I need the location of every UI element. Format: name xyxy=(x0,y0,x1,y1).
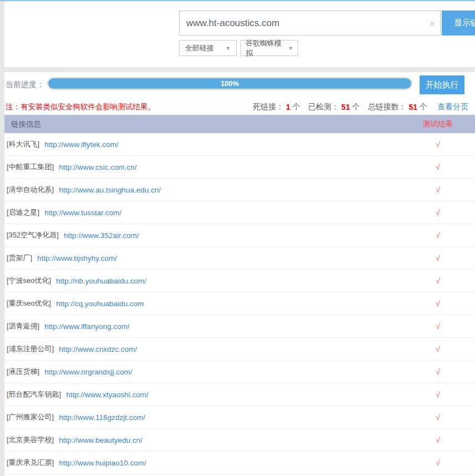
column-header-link-info: 链接信息 xyxy=(4,119,41,129)
table-rows: [科大讯飞] http://www.iflytek.com/ √ [中船重工集团… xyxy=(4,133,475,474)
table-row: [浦东注册公司] http://www.cnxdzc.com/ √ xyxy=(4,338,475,361)
clear-icon[interactable]: × xyxy=(429,18,435,28)
row-name: [货架厂] xyxy=(7,253,32,263)
check-icon: √ xyxy=(413,254,463,262)
row-name: [重庆承兑汇票] xyxy=(7,458,54,468)
total-links-label: 总链接数： xyxy=(367,102,406,112)
progress-percent: 100% xyxy=(221,79,239,88)
table-row: [货架厂] http://www.bjshyhy.com/ √ xyxy=(4,247,475,270)
row-url[interactable]: http://www.xtyaoshi.com/ xyxy=(66,391,149,399)
show-links-button[interactable]: 显示链接 xyxy=(442,11,475,36)
row-name: [重庆seo优化] xyxy=(7,298,51,308)
table-row: [广州搬家公司] http://www.116gzdzjt.com/ √ xyxy=(4,406,475,429)
check-icon: √ xyxy=(413,163,463,171)
row-url[interactable]: http://www.cnxdzc.com/ xyxy=(59,345,137,353)
check-icon: √ xyxy=(413,231,463,240)
search-panel: × 显示链接 全部链接 ▼ 谷歌蜘蛛模拟 ▼ xyxy=(4,1,475,67)
results-panel: 当前进度： 100% 开始执行 注：有安装类似安全狗软件会影响测试结果。 死链接… xyxy=(4,72,475,476)
check-icon: √ xyxy=(413,458,463,467)
checked-count: 51 xyxy=(341,103,350,112)
link-type-value: 全部链接 xyxy=(185,43,214,53)
check-icon: √ xyxy=(413,322,463,331)
table-row: [宁波seo优化] http://nb.youhuabaidu.com/ √ xyxy=(4,270,475,292)
row-url[interactable]: http://nb.youhuabaidu.com/ xyxy=(56,277,146,285)
check-icon: √ xyxy=(413,390,463,399)
column-header-test-result: 测试结果 xyxy=(413,119,463,129)
table-row: [液压货梯] http://www.nrgrandsjj.com/ √ xyxy=(4,361,475,383)
total-links-unit: 个 xyxy=(420,102,427,112)
check-icon: √ xyxy=(413,208,463,217)
dead-links-label: 死链接： xyxy=(253,102,284,112)
dead-links-count: 1 xyxy=(286,103,290,112)
check-icon: √ xyxy=(413,436,463,444)
check-icon: √ xyxy=(413,345,463,353)
checked-unit: 个 xyxy=(352,102,360,112)
progress-row: 当前进度： 100% 开始执行 xyxy=(4,72,475,98)
table-row: [重庆承兑汇票] http://www.huipiao10.com/ √ xyxy=(4,452,475,474)
spider-dropdown[interactable]: 谷歌蜘蛛模拟 ▼ xyxy=(241,40,298,56)
row-url[interactable]: http://www.huipiao10.com/ xyxy=(59,459,146,467)
row-name: [352空气净化器] xyxy=(7,230,59,240)
row-name: [中船重工集团] xyxy=(7,162,54,172)
row-name: [宁波seo优化] xyxy=(7,276,51,286)
row-name: [清华自动化系] xyxy=(7,185,54,195)
row-url[interactable]: http://www.lffanyong.com/ xyxy=(44,322,130,331)
view-pagination-link[interactable]: 查看分页 xyxy=(437,102,468,112)
row-url[interactable]: http://www.116gzdzjt.com/ xyxy=(59,413,145,422)
progress-label: 当前进度： xyxy=(6,80,44,90)
url-input[interactable] xyxy=(179,11,441,36)
table-row: [沥青返佣] http://www.lffanyong.com/ √ xyxy=(4,315,475,338)
table-row: [中船重工集团] http://www.csic.com.cn/ √ xyxy=(4,156,475,179)
chevron-down-icon: ▼ xyxy=(288,45,293,51)
check-icon: √ xyxy=(413,276,463,285)
warning-note: 注：有安装类似安全狗软件会影响测试结果。 xyxy=(6,102,155,112)
row-url[interactable]: http://www.iflytek.com/ xyxy=(44,140,119,149)
chevron-down-icon: ▼ xyxy=(226,45,231,51)
table-row: [重庆seo优化] http://cq.youhuabaidu.com √ xyxy=(4,292,475,315)
check-icon: √ xyxy=(413,413,463,422)
table-row: [科大讯飞] http://www.iflytek.com/ √ xyxy=(4,133,475,156)
dead-links-unit: 个 xyxy=(293,102,300,112)
checked-label: 已检测： xyxy=(308,102,339,112)
row-url[interactable]: http://www.nrgrandsjj.com/ xyxy=(44,368,132,376)
row-url[interactable]: http://www.beautyedu.cn/ xyxy=(59,436,142,444)
table-row: [352空气净化器] http://www.352air.com/ √ xyxy=(4,224,475,247)
row-name: [广州搬家公司] xyxy=(7,412,54,422)
progress-fill: 100% xyxy=(48,78,411,89)
check-icon: √ xyxy=(413,185,463,194)
row-name: [沥青返佣] xyxy=(7,321,39,331)
row-url[interactable]: http://www.csic.com.cn/ xyxy=(59,163,136,171)
check-icon: √ xyxy=(413,299,463,308)
row-url[interactable]: http://www.au.tsinghua.edu.cn/ xyxy=(59,186,161,194)
row-url[interactable]: http://www.352air.com/ xyxy=(64,231,139,240)
row-name: [浦东注册公司] xyxy=(7,344,54,354)
spider-value: 谷歌蜘蛛模拟 xyxy=(246,38,285,58)
total-links-count: 51 xyxy=(408,103,417,112)
table-row: [清华自动化系] http://www.au.tsinghua.edu.cn/ … xyxy=(4,179,475,201)
link-type-dropdown[interactable]: 全部链接 ▼ xyxy=(179,40,237,56)
table-header: 链接信息 测试结果 xyxy=(4,115,475,133)
search-box: × xyxy=(179,11,441,36)
row-url[interactable]: http://www.bjshyhy.com/ xyxy=(37,254,117,262)
table-row: [启迪之星] http://www.tusstar.com/ √ xyxy=(4,201,475,224)
table-row: [北京美容学校] http://www.beautyedu.cn/ √ xyxy=(4,429,475,452)
row-name: [邢台配汽车钥匙] xyxy=(7,389,61,399)
check-icon: √ xyxy=(413,367,463,376)
row-name: [启迪之星] xyxy=(7,207,39,217)
row-url[interactable]: http://cq.youhuabaidu.com xyxy=(56,300,144,308)
start-button[interactable]: 开始执行 xyxy=(420,75,464,94)
table-row: [邢台配汽车钥匙] http://www.xtyaoshi.com/ √ xyxy=(4,383,475,406)
stats-bar: 死链接： 1 个 已检测： 51 个 总链接数： 51 个 查看分页 xyxy=(253,102,468,112)
row-name: [液压货梯] xyxy=(7,367,39,377)
progress-bar: 100% xyxy=(47,77,412,90)
row-name: [北京美容学校] xyxy=(7,435,54,445)
check-icon: √ xyxy=(413,140,463,149)
row-name: [科大讯飞] xyxy=(7,139,39,149)
row-url[interactable]: http://www.tusstar.com/ xyxy=(44,209,121,217)
note-row: 注：有安装类似安全狗软件会影响测试结果。 死链接： 1 个 已检测： 51 个 … xyxy=(6,100,468,114)
